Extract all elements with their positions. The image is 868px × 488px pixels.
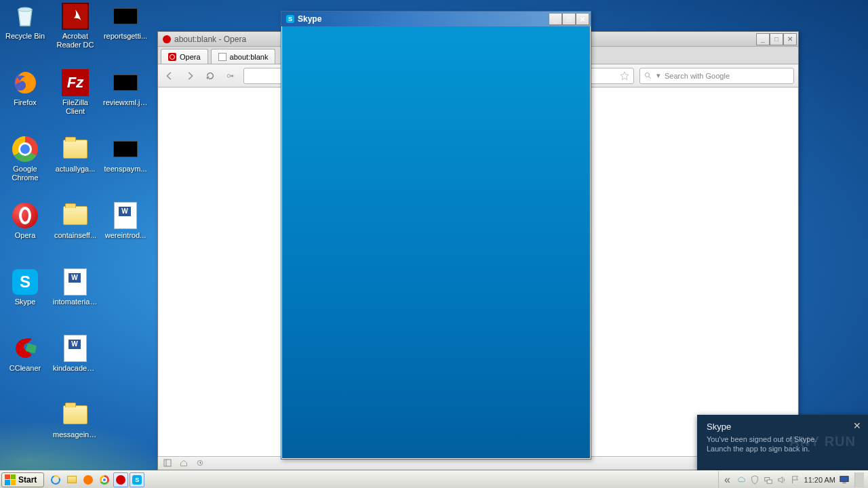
icon-label: kindacademi...	[53, 364, 98, 373]
desktop-icon-intomaterial[interactable]: intomaterial...	[53, 268, 98, 306]
tray-cloud-icon[interactable]	[736, 475, 746, 485]
desktop-icon-ccleaner[interactable]: CCleaner	[3, 335, 47, 373]
svg-point-3	[227, 74, 230, 77]
desktop-icon-opera[interactable]: Opera	[3, 202, 47, 240]
tray-flag-icon[interactable]	[791, 475, 800, 485]
icon-label: reviewxml.jpg	[103, 98, 148, 107]
toast-close-button[interactable]: ✕	[853, 420, 861, 431]
kindacademi-icon	[62, 335, 89, 362]
opera-minimize-button[interactable]: _	[756, 33, 770, 45]
tray-volume-icon[interactable]	[777, 475, 787, 485]
desktop-icon-recycle-bin[interactable]: Recycle Bin	[3, 3, 47, 41]
tray-expand-icon[interactable]: «	[723, 475, 732, 485]
desktop-icon-skype[interactable]: SSkype	[3, 268, 47, 306]
home-button[interactable]	[223, 68, 238, 83]
search-dropdown-icon[interactable]: ▾	[656, 71, 660, 80]
icon-label: wereintrod...	[103, 231, 148, 240]
opera-tab-about-blank[interactable]: about:blank	[211, 49, 276, 64]
bookmark-star-icon[interactable]	[620, 71, 629, 81]
system-tray: « 11:20 AM	[718, 471, 868, 488]
filezilla-icon: Fz	[62, 69, 89, 96]
toast-title: Skype	[707, 422, 859, 432]
icon-label: reportsgetti...	[103, 32, 148, 41]
ql-ie[interactable]	[48, 472, 63, 487]
icon-label: intomaterial...	[53, 298, 98, 306]
desktop-icon-teenspaym[interactable]: teenspaym...	[103, 136, 148, 174]
skype-title: Skype	[298, 14, 549, 24]
icon-label: messageintr...	[53, 430, 98, 439]
svg-rect-9	[767, 480, 772, 483]
desktop-icon-filezilla[interactable]: FzFileZilla Client	[53, 69, 98, 116]
opera-favicon-icon	[168, 53, 176, 61]
icon-label: CCleaner	[3, 364, 47, 373]
intomaterial-icon	[62, 268, 89, 296]
icon-label: actuallyga...	[53, 165, 98, 174]
icon-label: Firefox	[3, 98, 47, 107]
desktop-icon-firefox[interactable]: Firefox	[3, 69, 47, 107]
desktop-icon-wereintrod[interactable]: wereintrod...	[103, 202, 148, 240]
wereintrod-icon	[112, 202, 139, 229]
sync-status-icon[interactable]	[196, 459, 204, 468]
skype-title-icon: S	[285, 14, 295, 24]
skype-titlebar[interactable]: S Skype _ □ ✕	[281, 12, 591, 26]
search-box[interactable]: ▾ Search with Google	[639, 68, 794, 84]
skype-close-button[interactable]: ✕	[576, 13, 589, 25]
blank-page-icon	[218, 53, 226, 61]
desktop[interactable]: Recycle BinAcrobat Reader DCreportsgetti…	[0, 0, 868, 488]
icon-label: containseff...	[53, 231, 98, 240]
desktop-icon-reviewxml[interactable]: reviewxml.jpg	[103, 69, 148, 107]
desktop-icon-containseff[interactable]: containseff...	[53, 202, 98, 240]
icon-label: Google Chrome	[3, 165, 47, 182]
icon-label: Acrobat Reader DC	[53, 32, 98, 49]
desktop-icon-acrobat[interactable]: Acrobat Reader DC	[53, 3, 98, 49]
desktop-icon-actuallyga[interactable]: actuallyga...	[53, 136, 98, 174]
tab-label: about:blank	[230, 53, 269, 61]
desktop-icon-messageintr[interactable]: messageintr...	[53, 401, 98, 439]
svg-rect-11	[842, 482, 846, 483]
ql-media[interactable]	[81, 472, 96, 487]
skype-minimize-button[interactable]: _	[549, 13, 562, 25]
icon-label: Opera	[3, 231, 47, 240]
desktop-icon-chrome[interactable]: Google Chrome	[3, 136, 47, 182]
home-status-icon[interactable]	[180, 459, 188, 468]
forward-button[interactable]	[182, 68, 197, 83]
tray-network-icon[interactable]	[764, 475, 773, 485]
svg-rect-5	[164, 460, 171, 466]
show-desktop-button[interactable]	[854, 472, 864, 487]
svg-point-0	[18, 7, 32, 12]
icon-label: FileZilla Client	[53, 98, 98, 116]
skype-window[interactable]: S Skype _ □ ✕	[281, 11, 591, 460]
opera-close-button[interactable]: ✕	[783, 33, 797, 45]
ql-opera[interactable]	[113, 472, 128, 487]
firefox-icon	[12, 69, 39, 96]
skype-notification[interactable]: Skype You've been signed out of Skype. L…	[697, 415, 868, 470]
quick-launch: S	[48, 472, 144, 487]
svg-rect-10	[840, 476, 848, 481]
clock[interactable]: 11:20 AM	[804, 476, 835, 484]
opera-tab-speed-dial[interactable]: Opera	[161, 49, 208, 64]
skype-maximize-button[interactable]: □	[562, 13, 576, 25]
icon-label: teenspaym...	[103, 165, 148, 174]
ql-skype[interactable]: S	[130, 472, 144, 487]
ccleaner-icon	[12, 335, 39, 362]
desktop-icon-kindacademi[interactable]: kindacademi...	[53, 335, 98, 373]
tab-label: Opera	[180, 53, 201, 61]
chrome-icon	[12, 136, 39, 163]
taskbar: Start S « 11:20 AM	[0, 470, 868, 488]
start-button[interactable]: Start	[1, 472, 44, 487]
ql-explorer[interactable]	[64, 472, 79, 487]
teenspaym-icon	[112, 136, 139, 163]
reload-button[interactable]	[203, 68, 218, 83]
panel-icon[interactable]	[163, 459, 172, 468]
ql-chrome[interactable]	[97, 472, 112, 487]
desktop-icon-reportsgetti[interactable]: reportsgetti...	[103, 3, 148, 41]
back-button[interactable]	[162, 68, 177, 83]
tray-monitor-icon[interactable]	[840, 475, 849, 485]
start-label: Start	[18, 475, 37, 485]
opera-title-icon	[162, 35, 172, 44]
opera-maximize-button[interactable]: □	[770, 33, 783, 45]
tray-security-icon[interactable]	[750, 475, 760, 485]
search-icon	[644, 72, 652, 80]
icon-label: Recycle Bin	[3, 32, 47, 41]
actuallyga-icon	[62, 136, 89, 163]
